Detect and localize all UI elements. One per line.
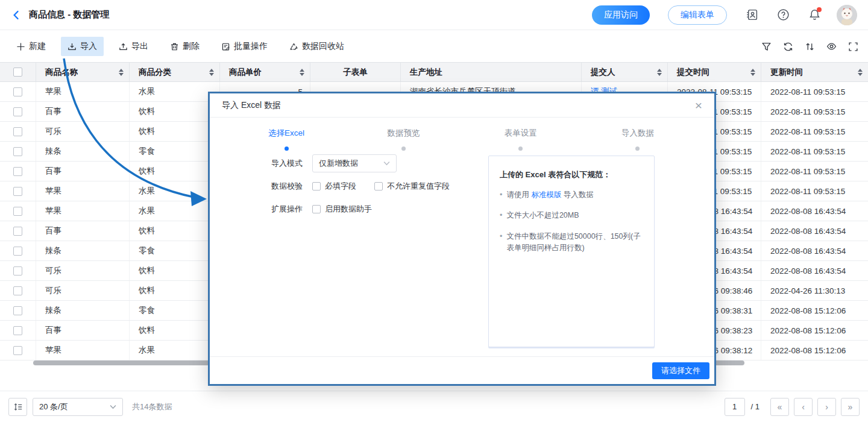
- help-icon[interactable]: [776, 8, 790, 22]
- chevron-down-icon: [383, 161, 390, 166]
- cell-category: 饮料: [130, 162, 220, 181]
- sort-control[interactable]: [209, 69, 214, 76]
- checkbox-icon: [312, 182, 321, 191]
- sort-icon[interactable]: [805, 42, 815, 52]
- validation-option-checkbox[interactable]: 必填字段: [312, 181, 356, 192]
- edit-form-button[interactable]: 编辑表单: [668, 5, 727, 25]
- validation-options: 必填字段不允许重复值字段: [312, 181, 450, 192]
- row-checkbox-cell: [0, 181, 36, 201]
- choose-file-button[interactable]: 请选择文件: [652, 362, 709, 379]
- sort-control[interactable]: [119, 69, 124, 76]
- column-header-submit_time[interactable]: 提交时间: [668, 63, 761, 81]
- row-checkbox[interactable]: [13, 147, 22, 156]
- column-header-name[interactable]: 商品名称: [36, 63, 130, 81]
- toolbar-item-import[interactable]: 导入: [61, 37, 104, 56]
- rule-item: •文件大小不超过20MB: [500, 210, 643, 221]
- cell-update-time: 2022-08-08 15:12:06: [761, 301, 868, 320]
- cell-update-time: 2022-08-11 09:53:15: [761, 82, 868, 101]
- cell-category: 零食: [130, 241, 220, 260]
- row-checkbox-cell: [0, 142, 36, 161]
- first-page-button[interactable]: «: [770, 398, 789, 416]
- row-checkbox[interactable]: [13, 286, 22, 295]
- avatar[interactable]: [837, 5, 857, 25]
- row-checkbox[interactable]: [13, 346, 22, 355]
- column-header-submitter[interactable]: 提交人: [582, 63, 668, 81]
- cell-name: 百事: [36, 162, 130, 181]
- page-size-select[interactable]: 20 条/页: [33, 398, 123, 416]
- back-button[interactable]: [11, 10, 22, 20]
- toolbar-item-trash[interactable]: 删除: [163, 37, 206, 56]
- row-checkbox[interactable]: [13, 87, 22, 96]
- extension-option-checkbox[interactable]: 启用数据助手: [312, 204, 372, 215]
- cell-update-time: 2022-08-11 09:53:15: [761, 102, 868, 121]
- cell-name: 可乐: [36, 261, 130, 280]
- cell-name: 百事: [36, 221, 130, 241]
- notification-bell-icon[interactable]: [808, 8, 821, 22]
- row-checkbox[interactable]: [13, 227, 22, 236]
- toolbar-item-recycle[interactable]: 数据回收站: [283, 37, 351, 56]
- fullscreen-icon[interactable]: [848, 42, 858, 52]
- row-checkbox[interactable]: [13, 326, 22, 335]
- row-checkbox[interactable]: [13, 266, 22, 276]
- row-checkbox-cell: [0, 261, 36, 280]
- column-header-price[interactable]: 商品单价: [220, 63, 310, 81]
- toolbar-item-label: 新建: [29, 41, 46, 52]
- total-count: 共14条数据: [132, 402, 172, 412]
- cell-name: 苹果: [36, 82, 130, 101]
- next-page-button[interactable]: ›: [817, 398, 836, 416]
- sort-control[interactable]: [657, 69, 662, 76]
- trash-icon: [170, 42, 179, 51]
- last-page-button[interactable]: »: [841, 398, 860, 416]
- cell-category: 水果: [130, 201, 220, 221]
- chevron-left-icon: [11, 10, 22, 20]
- row-checkbox[interactable]: [13, 127, 22, 136]
- row-checkbox-cell: [0, 301, 36, 320]
- page-number-input[interactable]: [725, 398, 745, 416]
- cell-update-time: 2022-08-11 09:53:15: [761, 162, 868, 181]
- sort-control[interactable]: [750, 69, 755, 76]
- column-header-category[interactable]: 商品分类: [130, 63, 220, 81]
- cell-update-time: 2022-08-11 09:53:15: [761, 122, 868, 141]
- row-checkbox[interactable]: [13, 107, 22, 116]
- refresh-icon[interactable]: [783, 42, 793, 52]
- cell-category: 饮料: [130, 221, 220, 241]
- cell-category: 饮料: [130, 281, 220, 300]
- validation-option-checkbox[interactable]: 不允许重复值字段: [374, 181, 450, 192]
- toolbar-item-plus[interactable]: 新建: [10, 37, 52, 56]
- step-2: 数据预览: [345, 128, 462, 151]
- contacts-icon[interactable]: [745, 8, 758, 22]
- bullet-icon: •: [500, 189, 502, 201]
- row-height-icon[interactable]: [8, 398, 27, 416]
- toolbar-item-label: 数据回收站: [302, 41, 344, 52]
- cell-category: 饮料: [130, 102, 220, 121]
- sort-control[interactable]: [858, 69, 863, 76]
- toolbar-item-export[interactable]: 导出: [112, 37, 155, 56]
- toolbar-item-batch[interactable]: 批量操作: [215, 37, 274, 56]
- step-indicator: 选择Excel数据预览表单设置导入数据: [210, 128, 714, 151]
- column-header-update_time[interactable]: 更新时间: [761, 63, 868, 81]
- row-checkbox-cell: [0, 102, 36, 121]
- step-4: 导入数据: [579, 128, 696, 151]
- import-excel-modal: 导入 Excel 数据 × 选择Excel数据预览表单设置导入数据 导入模式 仅…: [208, 92, 716, 386]
- validation-label: 数据校验: [271, 181, 306, 192]
- recycle-icon: [289, 42, 298, 51]
- import-icon: [68, 42, 77, 51]
- import-mode-select[interactable]: 仅新增数据: [312, 154, 397, 172]
- row-checkbox[interactable]: [13, 306, 22, 315]
- select-all-checkbox[interactable]: [13, 68, 22, 77]
- eye-icon[interactable]: [826, 42, 837, 52]
- cell-name: 百事: [36, 321, 130, 340]
- column-header-address: 生产地址: [401, 63, 582, 81]
- sort-control[interactable]: [300, 69, 304, 76]
- filter-icon[interactable]: [761, 42, 772, 52]
- row-checkbox[interactable]: [13, 167, 22, 176]
- row-checkbox[interactable]: [13, 187, 22, 196]
- row-checkbox[interactable]: [13, 247, 22, 256]
- prev-page-button[interactable]: ‹: [794, 398, 813, 416]
- standard-template-link[interactable]: 标准模版: [531, 191, 561, 199]
- cell-update-time: 2022-04-26 11:30:13: [761, 281, 868, 300]
- close-icon[interactable]: ×: [695, 99, 702, 112]
- app-access-button[interactable]: 应用访问: [592, 5, 650, 25]
- import-mode-value: 仅新增数据: [319, 158, 358, 169]
- row-checkbox[interactable]: [13, 207, 22, 216]
